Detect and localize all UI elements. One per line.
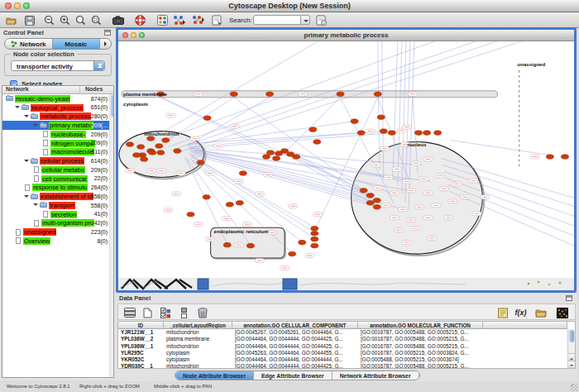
tree-row[interactable]: biological_process651(0)	[2, 103, 109, 112]
tab-edge-attribute-browser[interactable]: Edge Attribute Browser	[254, 371, 333, 380]
nodes-column-header[interactable]: Nodes	[80, 86, 113, 93]
column-header[interactable]: _cellularLayoutRegion	[164, 322, 232, 329]
resize-grip[interactable]	[571, 384, 578, 391]
float-panel-icon[interactable]	[104, 30, 111, 36]
table-scrollbar[interactable]	[567, 329, 575, 368]
unselect-attributes-icon[interactable]	[178, 307, 190, 319]
function-builder-icon[interactable]: f(x)	[514, 307, 527, 319]
zoom-in-icon[interactable]	[59, 14, 71, 26]
graph-node[interactable]	[157, 151, 165, 155]
save-session-icon[interactable]	[23, 14, 36, 26]
graph-node[interactable]	[223, 242, 231, 247]
apply-layout-a-icon[interactable]	[173, 14, 185, 26]
expander-triangle-icon[interactable]	[24, 115, 29, 120]
app-titlebar[interactable]: Cytoscape Desktop (New Session)	[0, 0, 579, 12]
graph-node[interactable]	[137, 145, 145, 150]
expander-triangle-icon[interactable]	[15, 106, 20, 111]
graph-node[interactable]	[366, 194, 374, 198]
import-attributes-icon[interactable]	[315, 14, 328, 26]
tab-overflow-arrow[interactable]	[100, 39, 111, 49]
snapshot-camera-icon[interactable]	[112, 14, 124, 26]
network-canvas[interactable]: plasma membranecytoplasmmitochondrionnuc…	[118, 41, 574, 278]
tree-row[interactable]: establishment of lo558(0)	[2, 192, 109, 201]
tab-mosaic[interactable]: Mosaic	[53, 39, 101, 49]
graph-node[interactable]	[299, 240, 306, 245]
tree-row[interactable]: secretion41(0)	[2, 210, 109, 219]
table-row[interactable]: YPL036W__1mitochondrion[GO:0044464, GO:0…	[118, 343, 567, 350]
table-row[interactable]: YLR295Ccytoplasm[GO:0045263, GO:0044464,…	[118, 350, 567, 356]
tab-network-attribute-browser[interactable]: Network Attribute Browser	[333, 371, 419, 380]
delete-attribute-icon[interactable]	[196, 307, 208, 319]
tree-row[interactable]: multi-organism pro42(0)	[2, 219, 109, 228]
tree-row[interactable]: nucleobase-209(0)	[2, 130, 109, 139]
graph-node[interactable]	[147, 136, 155, 141]
notes-icon[interactable]	[496, 307, 509, 319]
network-column-header[interactable]: Network	[2, 86, 80, 93]
node-color-dropdown[interactable]: transporter activity	[11, 60, 105, 71]
select-attributes-icon[interactable]	[160, 307, 172, 319]
graph-node[interactable]	[357, 131, 365, 136]
annotation-page-icon[interactable]	[211, 14, 223, 26]
graph-node[interactable]	[337, 92, 344, 97]
graph-node[interactable]	[434, 131, 442, 136]
graph-node[interactable]	[311, 231, 318, 236]
graph-node[interactable]	[388, 131, 395, 136]
region-plasma-membrane[interactable]	[122, 91, 497, 98]
graph-node[interactable]	[262, 155, 270, 160]
graph-node[interactable]	[156, 144, 163, 149]
graph-node[interactable]	[273, 156, 280, 161]
data-panel-float-icon[interactable]	[566, 295, 572, 301]
column-header[interactable]: annotation.GO MOLECULAR_FUNCTION	[358, 322, 483, 329]
graph-node[interactable]	[309, 127, 317, 132]
graph-node[interactable]	[239, 171, 246, 176]
tree-row[interactable]: cellular process614(0)	[2, 156, 109, 165]
open-file-icon[interactable]	[5, 14, 17, 26]
table-row[interactable]: YJR121W__1mitochondrion[GO:0045267, GO:0…	[118, 329, 567, 336]
graph-node[interactable]	[377, 115, 385, 120]
tree-row[interactable]: Overview8(0)	[2, 237, 109, 246]
tree-row[interactable]: cellular metabo209(0)	[2, 165, 109, 174]
graph-node[interactable]	[360, 189, 367, 194]
select-all-rows-icon[interactable]	[123, 307, 136, 319]
graph-node[interactable]	[313, 140, 321, 145]
graph-node[interactable]	[230, 92, 237, 97]
search-input[interactable]	[253, 15, 301, 25]
scroll-up-button[interactable]	[568, 353, 575, 361]
apply-layout-b-icon[interactable]	[192, 14, 204, 26]
tree-row[interactable]: unassigned223(0)	[2, 227, 109, 237]
graph-node[interactable]	[149, 151, 156, 155]
graph-node[interactable]	[266, 151, 274, 155]
table-row[interactable]: YDR039C__1mitochondrion[GO:0044464, GO:0…	[118, 363, 567, 368]
graph-node[interactable]	[203, 116, 211, 121]
expander-triangle-icon[interactable]	[33, 203, 38, 208]
graph-node[interactable]	[246, 243, 254, 248]
import-attributes-file-icon[interactable]	[534, 307, 547, 319]
graph-node[interactable]	[187, 212, 194, 217]
tree-scrollbar[interactable]	[109, 94, 113, 377]
scroll-down-button[interactable]	[568, 361, 575, 368]
tree-row[interactable]: mosaic-demo-yeast874(0)	[2, 94, 109, 103]
zoom-fit-icon[interactable]	[74, 14, 87, 26]
graph-node[interactable]	[289, 251, 296, 256]
network-tree-header[interactable]: Network Nodes	[2, 86, 113, 94]
graph-node[interactable]	[127, 142, 134, 147]
tree-row[interactable]: transport558(0)	[2, 201, 109, 210]
graph-node[interactable]	[174, 149, 181, 154]
graph-node[interactable]	[226, 203, 233, 208]
graph-node[interactable]	[423, 131, 431, 136]
vizmapper-icon[interactable]	[156, 14, 169, 26]
dropdown-stepper-icon[interactable]	[93, 61, 104, 70]
tree-row[interactable]: response to stimulu264(0)	[2, 184, 109, 193]
graph-node[interactable]	[197, 160, 204, 165]
network-window-titlebar[interactable]: primary metabolic process	[118, 30, 574, 41]
graph-node[interactable]	[311, 243, 318, 248]
tab-network[interactable]: Network	[5, 39, 53, 49]
graph-node[interactable]	[311, 226, 318, 231]
new-attribute-icon[interactable]	[141, 307, 154, 319]
graph-node[interactable]	[414, 131, 422, 136]
graph-node[interactable]	[546, 155, 553, 160]
graph-node[interactable]	[366, 201, 374, 206]
column-header[interactable]: ID	[118, 322, 164, 329]
tab-node-attribute-browser[interactable]: Node Attribute Browser	[175, 371, 254, 380]
tree-scrollbar-thumb[interactable]	[111, 95, 114, 117]
